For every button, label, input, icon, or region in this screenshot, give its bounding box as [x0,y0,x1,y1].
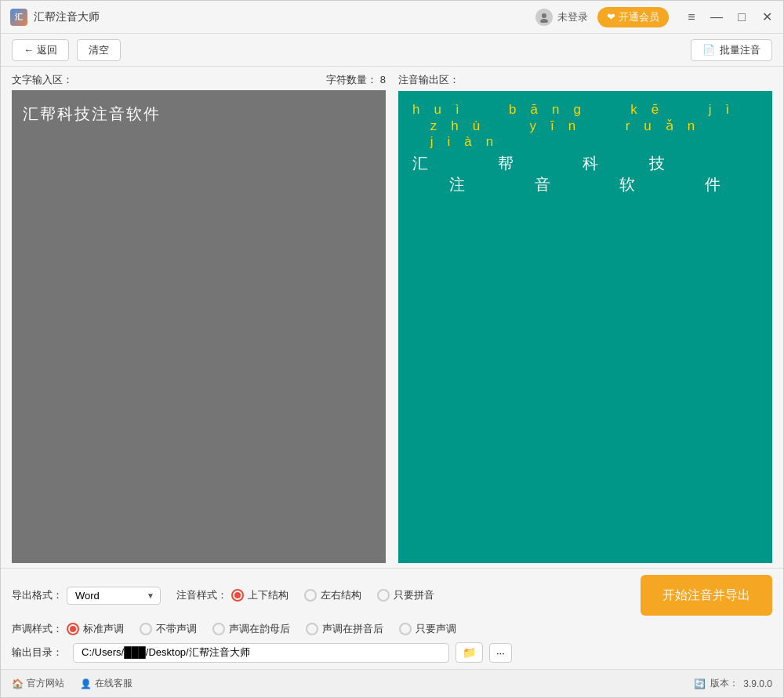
menu-button[interactable]: ≡ [684,10,699,24]
tone-standard-radio[interactable] [67,623,79,635]
footer: 🏠 官方网站 👤 在线客服 🔄 版本： 3.9.0.0 [1,669,783,697]
footer-right: 🔄 版本： 3.9.0.0 [694,677,772,690]
tone-none-radio[interactable] [140,623,152,635]
batch-annotate-button[interactable]: 📄 批量注音 [691,39,772,61]
vip-button[interactable]: ❤ 开通会员 [597,7,669,27]
annotation-left-right[interactable]: 左右结构 [304,588,361,602]
online-support-link[interactable]: 👤 在线客服 [80,677,132,690]
tone-after-pinyin[interactable]: 声调在拼音后 [306,622,383,636]
output-dir-row: 输出目录： 📁 ··· [12,642,772,663]
app-icon: 汇 [10,9,27,26]
annotation-top-bottom[interactable]: 上下结构 [231,588,289,602]
tone-only[interactable]: 只要声调 [399,622,456,636]
app-title: 汇帮注音大师 [34,10,100,24]
tone-none[interactable]: 不带声调 [140,622,197,636]
minimize-button[interactable]: — [710,10,724,24]
user-area[interactable]: 未登录 [535,9,588,26]
annotation-top-bottom-radio[interactable] [231,589,244,602]
home-icon: 🏠 [12,678,24,689]
left-panel-header: 文字输入区： 字符数量： 8 [12,73,386,87]
title-bar-right: 未登录 ❤ 开通会员 ≡ — □ ✕ [535,7,774,27]
export-format-wrapper: Word PDF TXT Excel ▼ [67,587,161,605]
export-format-label: 导出格式： [12,588,67,602]
update-icon: 🔄 [694,678,706,689]
official-site-link[interactable]: 🏠 官方网站 [12,677,64,690]
person-icon: 👤 [80,678,92,689]
annotation-pinyin-only-radio[interactable] [377,589,390,602]
output-dir-label: 输出目录： [12,645,67,660]
bottom-controls: 导出格式： Word PDF TXT Excel ▼ 注音样式： 上下结构 [1,568,783,669]
more-options-button[interactable]: ··· [489,643,512,663]
title-controls: ≡ — □ ✕ [684,10,774,24]
right-panel: 注音输出区： huì bāng kē jì zhù yīn ruǎn jiàn … [398,73,772,563]
annotation-pinyin-only[interactable]: 只要拼音 [377,588,434,602]
tone-style-label: 声调样式： [12,622,67,636]
char-count-display: 字符数量： 8 [326,73,386,87]
pinyin-line: huì bāng kē jì zhù yīn ruǎn jiàn [412,102,758,150]
output-area: huì bāng kē jì zhù yīn ruǎn jiàn 汇 帮 科 技… [398,91,772,563]
login-text: 未登录 [557,10,588,24]
left-panel: 文字输入区： 字符数量： 8 汇帮科技注音软件 [12,73,386,563]
toolbar: ← 返回 清空 📄 批量注音 [1,34,783,67]
tone-after-pinyin-radio[interactable] [306,623,318,635]
tone-only-radio[interactable] [399,623,412,635]
start-export-button[interactable]: 开始注音并导出 [641,575,772,616]
tone-standard[interactable]: 标准声调 [67,622,124,636]
annotation-style-label: 注音样式： [176,588,231,602]
maximize-button[interactable]: □ [735,10,749,24]
tone-style-group: 标准声调 不带声调 声调在韵母后 声调在拼音后 只要声调 [67,622,456,636]
footer-left: 🏠 官方网站 👤 在线客服 [12,677,132,690]
back-button[interactable]: ← 返回 [12,39,69,61]
batch-annotate-icon: 📄 [702,44,715,56]
text-input[interactable]: 汇帮科技注音软件 [12,90,386,563]
close-button[interactable]: ✕ [760,10,774,24]
title-bar: 汇 汇帮注音大师 未登录 ❤ 开通会员 ≡ — □ [1,1,783,34]
left-panel-label: 文字输入区： [12,73,73,87]
chinese-line: 汇 帮 科 技 注 音 软 件 [412,153,758,195]
tone-after-vowel-radio[interactable] [212,623,225,635]
tone-after-vowel[interactable]: 声调在韵母后 [212,622,290,636]
clear-button[interactable]: 清空 [77,39,121,61]
toolbar-left: ← 返回 清空 [12,39,121,61]
annotation-left-right-radio[interactable] [304,589,317,602]
svg-point-0 [542,13,546,18]
export-format-select[interactable]: Word PDF TXT Excel [67,587,161,605]
folder-open-button[interactable]: 📁 [456,642,483,663]
panels-row: 文字输入区： 字符数量： 8 汇帮科技注音软件 注音输出区： huì bāng … [1,67,783,568]
title-bar-left: 汇 汇帮注音大师 [10,9,100,26]
right-panel-label: 注音输出区： [398,73,772,87]
user-avatar-icon [535,9,553,26]
svg-point-1 [540,19,548,23]
output-dir-input[interactable] [73,643,449,663]
annotation-style-group: 上下结构 左右结构 只要拼音 [231,588,434,602]
vip-heart-icon: ❤ [607,11,615,23]
